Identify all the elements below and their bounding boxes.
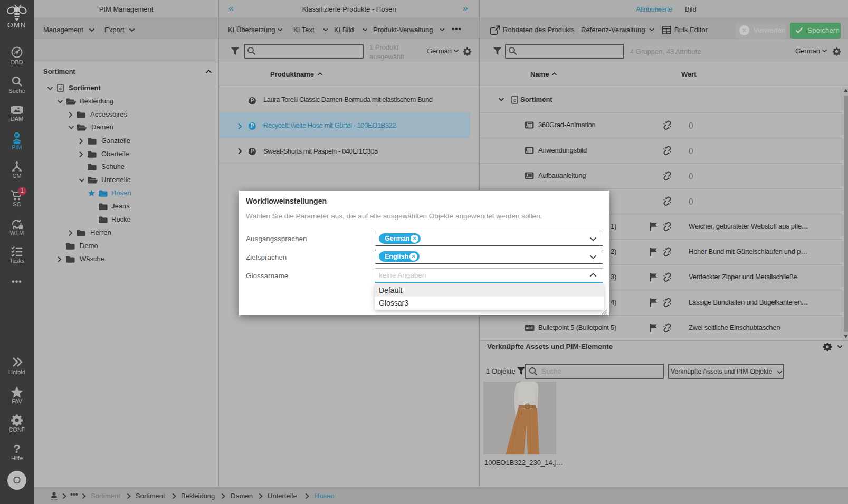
svg-text:c: c — [513, 98, 516, 103]
svg-text:P: P — [15, 132, 18, 138]
svg-text:ABC: ABC — [526, 326, 533, 330]
svg-text:c: c — [59, 86, 62, 91]
